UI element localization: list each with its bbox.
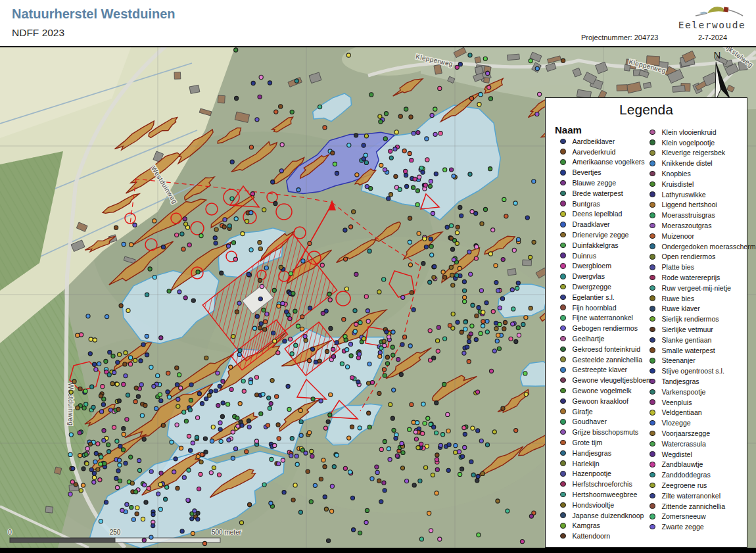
legend-item: Duinfakkelgras (560, 240, 656, 251)
species-marker-icon (650, 410, 655, 416)
species-label: Klein vlooienkruid (662, 128, 717, 136)
species-marker-icon (650, 441, 655, 447)
species-marker-icon (560, 139, 566, 145)
legend-item: Zeegroene rus (650, 480, 745, 491)
species-marker-icon (650, 275, 655, 281)
north-label: N (714, 49, 721, 60)
species-label: Japanse duizendknoop (573, 512, 644, 519)
legend-item: Goudhaver (560, 417, 656, 427)
legend-item: Knopbies (650, 168, 745, 179)
legend-item: Moerasstruisgras (650, 210, 745, 220)
map-document-page: Natuurherstel Westduinen NDFF 2023 Proje… (0, 0, 756, 553)
species-marker-icon (650, 472, 655, 478)
legend-item: Buntgras (560, 199, 656, 209)
legend-item: Blauwe zegge (560, 178, 656, 188)
species-label: Duinrus (573, 252, 597, 260)
species-label: Harlekijn (573, 460, 600, 468)
species-marker-icon (650, 503, 655, 509)
species-marker-icon (650, 243, 655, 249)
species-marker-icon (560, 295, 566, 301)
species-marker-icon (560, 450, 566, 456)
legend-item: Fijn hoornblad (560, 302, 656, 313)
species-marker-icon (560, 284, 566, 290)
legend-item: Hazenpootje (560, 469, 656, 479)
species-label: Dwergzegge (573, 283, 611, 291)
species-label: Ruw vergeet-mij-nietje (662, 284, 731, 292)
species-label: Zeegroene rus (662, 481, 707, 489)
species-marker-icon (650, 202, 655, 208)
species-marker-icon (650, 451, 655, 457)
legend-item: Gesteelde zannichellia (560, 354, 656, 365)
species-label: Aardbeiklaver (573, 137, 615, 145)
species-label: Grote tijm (573, 439, 603, 446)
species-marker-icon (560, 398, 566, 404)
legend-item: Moeraszoutgras (650, 220, 745, 231)
species-marker-icon (650, 285, 655, 291)
legend-item: Deens lepelblad (560, 209, 656, 220)
species-label: Kleverige reigersbek (662, 149, 726, 156)
species-label: Zilte waterranonkel (662, 492, 721, 500)
species-marker-icon (560, 159, 566, 165)
legend-item: Dwergbloem (560, 261, 656, 272)
species-marker-icon (560, 429, 566, 435)
species-label: Gewone vogelmelk (573, 387, 632, 395)
legend-item: Herfstschroeforchis (560, 479, 656, 489)
species-marker-icon (650, 368, 655, 374)
legend-item: Kleverige reigersbek (650, 148, 745, 158)
species-marker-icon (560, 377, 566, 383)
species-label: Slanke gentiaan (662, 336, 712, 344)
species-marker-icon (650, 233, 655, 239)
species-marker-icon (560, 419, 566, 425)
species-label: Draadklaver (573, 220, 610, 228)
species-label: Drienervige zegge (573, 231, 629, 239)
legend-item: Knikkende distel (650, 158, 745, 168)
species-marker-icon (650, 358, 655, 364)
legend-item: Ruwe klaver (650, 304, 745, 314)
legend-item: Egelantier s.l. (560, 292, 656, 302)
species-label: Wegdistel (662, 450, 692, 458)
species-label: Vlozegge (662, 419, 691, 427)
species-marker-icon (560, 304, 566, 310)
species-label: Gesteelde zannichellia (573, 356, 643, 364)
legend-item: Kattendoorn (560, 531, 656, 541)
legend-item: Ondergedoken moerasscherm (650, 241, 745, 252)
legend-item: Ruw vergeet-mij-nietje (650, 283, 745, 293)
scale-bar-label: 500 meter (212, 529, 242, 536)
species-marker-icon (650, 399, 655, 405)
species-marker-icon (650, 483, 655, 489)
legend-item: Dwergvlas (560, 271, 656, 281)
species-label: Gekroesd fonteinkruid (573, 345, 641, 353)
species-marker-icon (650, 493, 655, 499)
legend-item: Fijne waterranonkel (560, 313, 656, 324)
species-marker-icon (560, 222, 566, 228)
species-label: Steenanjer (662, 356, 696, 364)
species-marker-icon (560, 460, 566, 466)
map-date: 2-7-2024 (698, 34, 727, 41)
scale-bar-label: 0 (8, 529, 12, 536)
species-marker-icon (560, 232, 566, 238)
species-marker-icon (650, 306, 655, 312)
legend-item: Geelhartje (560, 333, 656, 344)
legend-item: Grijze bisschopsmuts (560, 427, 656, 437)
species-label: Handjesgras (573, 449, 611, 457)
species-label: Open rendiermos (662, 252, 716, 260)
species-label: Dwergvlas (573, 272, 605, 280)
species-label: Kattendoorn (573, 532, 611, 540)
species-marker-icon (560, 388, 566, 394)
legend-item: Gestreepte klaver (560, 365, 656, 375)
species-marker-icon (650, 347, 655, 353)
legend-item: Gewone vleugeltjesbloem (560, 375, 656, 385)
legend-item: Kamgras (560, 520, 656, 531)
species-label: Voorjaarszegge (662, 429, 711, 437)
species-label: Grijze bisschopsmuts (573, 428, 639, 436)
species-marker-icon (560, 533, 566, 539)
logo-graphic-icon (676, 1, 748, 21)
bottom-border-bar (0, 548, 756, 553)
species-label: Buntgras (573, 200, 600, 208)
species-marker-icon (560, 481, 566, 487)
legend-item: Gekroesd fonteinkruid (560, 344, 656, 354)
legend-item: Zilte waterranonkel (650, 491, 745, 501)
species-marker-icon (650, 431, 655, 437)
species-marker-icon (560, 191, 566, 197)
species-marker-icon (560, 356, 566, 362)
